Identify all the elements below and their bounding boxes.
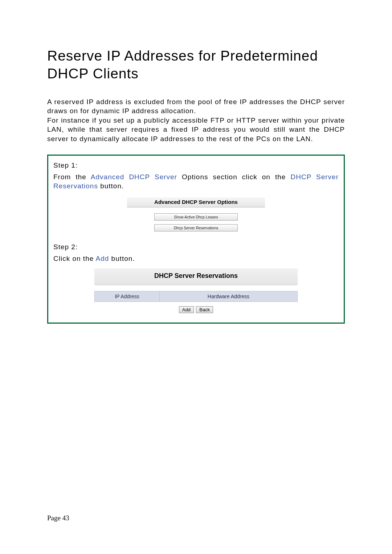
- page-number: Page 43: [47, 514, 69, 522]
- show-active-dhcp-leases-button[interactable]: Show Active Dhcp Leases: [154, 213, 238, 221]
- step-1-mid: Options section click on the: [177, 173, 291, 181]
- dhcp-server-reservations-heading: DHCP Server Reservations: [94, 268, 298, 285]
- back-button[interactable]: Back: [196, 306, 213, 313]
- advanced-dhcp-options-figure: Advanced DHCP Server Options Show Active…: [127, 196, 265, 235]
- step-1-label: Step 1:: [53, 161, 339, 169]
- page-title: Reserve IP Addresses for Predetermined D…: [47, 47, 345, 83]
- advanced-dhcp-options-heading: Advanced DHCP Server Options: [127, 197, 265, 208]
- advanced-dhcp-server-link[interactable]: Advanced DHCP Server: [91, 173, 177, 181]
- step-1-suffix: button.: [98, 182, 124, 190]
- reservations-table: IP Address Hardware Address: [94, 291, 298, 302]
- intro-paragraph: A reserved IP address is excluded from t…: [47, 97, 345, 144]
- step-1-text: From the Advanced DHCP Server Options se…: [53, 172, 339, 191]
- col-hardware-address: Hardware Address: [159, 291, 297, 301]
- steps-box: Step 1: From the Advanced DHCP Server Op…: [47, 155, 345, 324]
- step-2-suffix: button.: [109, 255, 135, 262]
- add-link[interactable]: Add: [96, 255, 109, 262]
- dhcp-server-reservations-figure: DHCP Server Reservations IP Address Hard…: [94, 268, 298, 314]
- step-2-prefix: Click on the: [53, 255, 96, 262]
- col-ip-address: IP Address: [95, 291, 160, 301]
- dhcp-server-reservations-button[interactable]: Dhcp Server Reservations: [154, 224, 238, 231]
- step-1-prefix: From the: [53, 173, 91, 181]
- add-button[interactable]: Add: [179, 306, 194, 313]
- step-2-text: Click on the Add button.: [53, 254, 339, 263]
- reservations-button-bar: Add Back: [94, 302, 298, 314]
- document-page: Reserve IP Addresses for Predetermined D…: [0, 0, 392, 324]
- table-header-row: IP Address Hardware Address: [95, 291, 298, 301]
- step-2-label: Step 2:: [53, 243, 339, 251]
